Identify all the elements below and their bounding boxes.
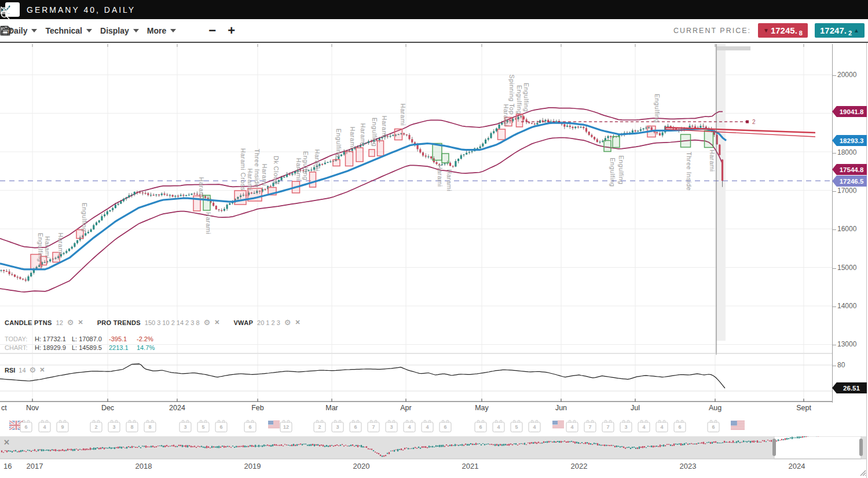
rsi-legend: RSI 14 ⚙ ✕ xyxy=(5,366,45,374)
calendar-event-icon[interactable]: 3 xyxy=(108,421,120,432)
month-label: Nov xyxy=(26,404,39,412)
gear-icon[interactable]: ⚙ xyxy=(204,319,211,326)
month-label: Jul xyxy=(631,404,640,412)
menu-more-label: More xyxy=(147,26,166,35)
gear-icon[interactable]: ⚙ xyxy=(284,319,291,326)
pattern-box[interactable] xyxy=(681,134,691,147)
month-label: Aug xyxy=(709,404,721,412)
calendar-event-icon[interactable]: 5 xyxy=(511,421,523,432)
price-tick-label: 18000 xyxy=(837,148,856,156)
minimap-handle-right[interactable] xyxy=(859,439,863,456)
timeline-minimap[interactable] xyxy=(0,436,866,459)
chevron-down-icon xyxy=(31,29,37,32)
calendar-event-icon[interactable]: 8 xyxy=(126,421,138,432)
calendar-event-icon[interactable]: 7 xyxy=(602,421,614,432)
menu-daily[interactable]: Daily xyxy=(8,26,37,35)
pattern-label: Harami xyxy=(57,233,64,255)
economic-calendar-row: 649238835661223673446645447734466 xyxy=(0,421,845,433)
calendar-event-icon[interactable]: 4 xyxy=(39,421,51,432)
chart-low: L: 14589.5 xyxy=(72,344,109,352)
pattern-box[interactable] xyxy=(442,154,449,163)
pattern-box[interactable] xyxy=(604,141,611,152)
pattern-label: Spinning Top xyxy=(508,75,515,115)
zoom-in-button[interactable]: + xyxy=(228,24,235,37)
calendar-event-icon[interactable]: 6 xyxy=(244,421,257,432)
pattern-box[interactable] xyxy=(517,114,523,127)
calendar-event-icon[interactable]: 6 xyxy=(350,421,362,432)
pattern-box[interactable] xyxy=(333,160,340,166)
menu-more[interactable]: More xyxy=(147,26,176,35)
calendar-event-icon[interactable]: 6 xyxy=(708,421,720,432)
today-change: -395.1 xyxy=(109,335,137,344)
calendar-event-icon[interactable]: 6 xyxy=(440,421,452,432)
year-label: 2022 xyxy=(571,462,588,470)
pattern-box[interactable] xyxy=(705,131,713,148)
pattern-label: Harami Cross xyxy=(240,148,247,191)
calendar-event-icon[interactable]: 4 xyxy=(493,421,505,432)
calendar-event-icon[interactable]: 3 xyxy=(620,421,632,432)
pattern-box[interactable] xyxy=(613,137,620,148)
close-icon[interactable]: ✕ xyxy=(214,319,219,326)
calendar-event-icon[interactable]: 7 xyxy=(584,421,596,432)
calendar-event-icon[interactable]: 3 xyxy=(180,421,192,432)
menu-display[interactable]: Display xyxy=(100,26,139,35)
pattern-label: Engulfing xyxy=(302,151,309,180)
rsi-indicator-chart[interactable] xyxy=(0,353,832,402)
pattern-box[interactable] xyxy=(346,152,353,166)
today-high: H: 17732.1 xyxy=(35,335,72,344)
calendar-event-icon[interactable]: 4 xyxy=(566,421,578,432)
pattern-box[interactable] xyxy=(395,129,402,140)
calendar-event-icon[interactable]: 6 xyxy=(215,421,228,432)
calendar-event-icon[interactable]: 12 xyxy=(280,421,292,432)
arrow-down-icon: ▼ xyxy=(763,28,769,34)
pattern-label: Harami xyxy=(709,149,716,172)
gear-icon[interactable]: ⚙ xyxy=(67,319,74,326)
pattern-label: Engulfing xyxy=(523,83,530,112)
pattern-box[interactable] xyxy=(498,129,506,140)
minimap-handle-left[interactable] xyxy=(772,439,776,456)
calendar-event-icon[interactable]: 4 xyxy=(404,421,416,432)
pattern-label: Harami xyxy=(381,116,388,138)
calendar-event-icon[interactable]: 4 xyxy=(638,421,650,432)
calendar-event-icon[interactable]: 4 xyxy=(529,421,541,432)
calendar-event-icon[interactable]: 3 xyxy=(332,421,344,432)
legend-pro-trends-params: 150 3 10 2 14 2 3 8 xyxy=(145,319,200,326)
calendar-event-icon[interactable]: 6 xyxy=(475,421,487,432)
today-low: L: 17087.0 xyxy=(72,335,109,344)
calendar-event-icon[interactable]: 5 xyxy=(197,421,210,432)
pattern-label: Three Inside xyxy=(254,149,261,188)
calendar-event-icon[interactable]: 2 xyxy=(314,421,326,432)
calendar-event-icon[interactable]: 9 xyxy=(57,421,69,432)
calendar-event-icon[interactable]: 3 xyxy=(386,421,398,432)
year-label: 2021 xyxy=(462,462,479,470)
pattern-box[interactable] xyxy=(369,149,375,156)
zoom-out-button[interactable]: − xyxy=(208,24,216,37)
calendar-event-icon[interactable]: 4 xyxy=(422,421,434,432)
calendar-event-icon[interactable]: 8 xyxy=(144,421,156,432)
minimap-close-icon[interactable]: ✕ xyxy=(3,438,10,447)
calendar-event-icon[interactable]: 6 xyxy=(20,421,32,432)
calendar-event-icon[interactable]: 2 xyxy=(90,421,102,432)
price-tick-label: 13000 xyxy=(837,340,856,348)
month-label: Feb xyxy=(251,404,264,412)
time-axis: ctNovDec2024FebMarAprMayJunJulAugSept xyxy=(0,404,832,413)
close-icon[interactable]: ✕ xyxy=(39,367,45,373)
pattern-box[interactable] xyxy=(356,148,363,162)
year-label: 16 xyxy=(3,462,12,470)
menu-technical[interactable]: Technical xyxy=(45,26,92,35)
close-icon[interactable]: ✕ xyxy=(295,319,300,326)
close-icon[interactable]: ✕ xyxy=(78,319,83,326)
sell-price-button[interactable]: ▼ 17245.8 xyxy=(758,23,808,38)
main-price-chart[interactable]: 2EngulfingHaramiHaramiEngulfingHaramiHar… xyxy=(0,44,832,355)
pattern-label: Engulfing xyxy=(654,94,661,123)
price-tick-label: 17000 xyxy=(837,187,856,195)
calendar-event-icon[interactable]: 7 xyxy=(368,421,380,432)
pattern-label: Harami xyxy=(44,236,51,258)
calendar-event-icon[interactable]: 6 xyxy=(674,421,686,432)
buy-price-button[interactable]: 17247.2 ▲ xyxy=(815,23,865,38)
calendar-event-icon[interactable]: 4 xyxy=(656,421,668,432)
pattern-box[interactable] xyxy=(235,191,246,205)
pattern-box[interactable] xyxy=(310,172,316,187)
pattern-label: Dk Cloud xyxy=(273,156,280,184)
gear-icon[interactable]: ⚙ xyxy=(30,366,36,374)
